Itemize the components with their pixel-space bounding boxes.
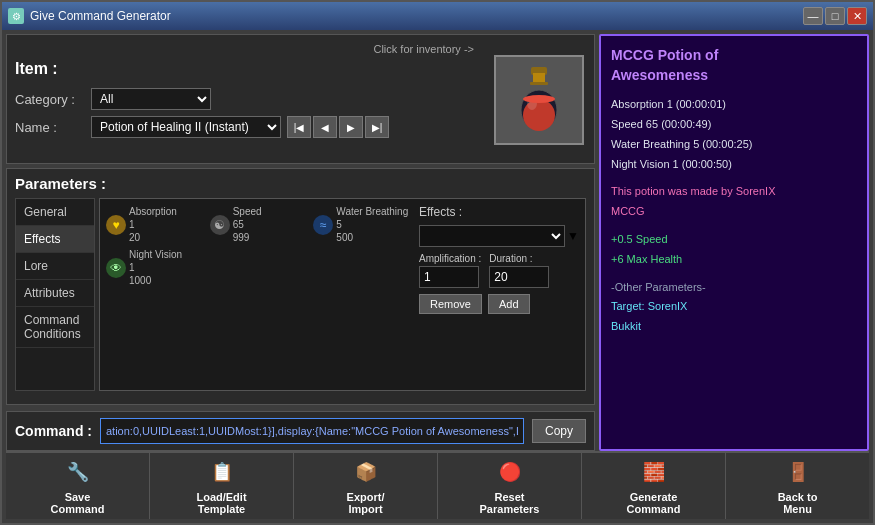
rp-stat-1: Absorption 1 (00:00:01)	[611, 95, 857, 115]
right-panel: MCCG Potion ofAwesomeness Absorption 1 (…	[599, 34, 869, 451]
rp-target: Target: SorenIX	[611, 297, 857, 317]
window-title: Give Command Generator	[30, 9, 803, 23]
back-icon: 🚪	[783, 457, 813, 487]
rp-stat-2: Speed 65 (00:00:49)	[611, 115, 857, 135]
rp-stat-3: Water Breathing 5 (00:00:25)	[611, 135, 857, 155]
effect-icons-grid: ♥ Absorption 1 20 ☯	[106, 205, 413, 384]
name-label: Name :	[15, 120, 85, 135]
command-bar: Command : Copy	[6, 411, 595, 451]
generate-label: GenerateCommand	[627, 491, 681, 515]
back-to-menu-button[interactable]: 🚪 Back toMenu	[726, 453, 869, 519]
params-content: General Effects Lore Attributes Command …	[15, 198, 586, 391]
water-breathing-icon: ≈	[313, 215, 333, 235]
item-section: Item : Click for inventory -> Category :…	[6, 34, 595, 164]
close-button[interactable]: ✕	[847, 7, 867, 25]
effects-dropdown[interactable]	[419, 225, 565, 247]
rp-flavor-1: This potion was made by SorenIX	[611, 182, 857, 202]
rp-title: MCCG Potion ofAwesomeness	[611, 46, 857, 85]
add-button[interactable]: Add	[488, 294, 530, 314]
tab-command-conditions[interactable]: Command Conditions	[16, 307, 94, 348]
nav-buttons: |◀ ◀ ▶ ▶|	[287, 116, 389, 138]
reset-icon: 🔴	[495, 457, 525, 487]
save-command-button[interactable]: 🔧 SaveCommand	[6, 453, 150, 519]
export-label: Export/Import	[347, 491, 385, 515]
last-btn[interactable]: ▶|	[365, 116, 389, 138]
main-area: Item : Click for inventory -> Category :…	[6, 34, 869, 451]
speed-values: Speed 65 999	[233, 205, 262, 244]
save-label: SaveCommand	[51, 491, 105, 515]
effects-select-row: ▼	[419, 225, 579, 247]
minimize-button[interactable]: —	[803, 7, 823, 25]
reset-parameters-button[interactable]: 🔴 ResetParameters	[438, 453, 582, 519]
speed-icon: ☯	[210, 215, 230, 235]
params-title: Parameters :	[15, 175, 586, 192]
remove-add-row: Remove Add	[419, 294, 579, 314]
duration-label: Duration :	[489, 253, 549, 264]
effects-area: ♥ Absorption 1 20 ☯	[99, 198, 586, 391]
water-breathing-values: Water Breathing 5 500	[336, 205, 408, 244]
generate-command-button[interactable]: 🧱 GenerateCommand	[582, 453, 726, 519]
copy-button[interactable]: Copy	[532, 419, 586, 443]
next-btn[interactable]: ▶	[339, 116, 363, 138]
tab-attributes[interactable]: Attributes	[16, 280, 94, 307]
bottom-bar: 🔧 SaveCommand 📋 Load/EditTemplate 📦 Expo…	[6, 451, 869, 519]
inventory-link[interactable]: Click for inventory ->	[373, 43, 474, 55]
load-icon: 📋	[207, 457, 237, 487]
first-btn[interactable]: |◀	[287, 116, 311, 138]
amplification-input[interactable]	[419, 266, 479, 288]
left-panel: Item : Click for inventory -> Category :…	[6, 34, 595, 451]
absorption-icon: ♥	[106, 215, 126, 235]
svg-point-5	[523, 95, 555, 103]
rp-stat-4: Night Vision 1 (00:00:50)	[611, 155, 857, 175]
duration-input[interactable]	[489, 266, 549, 288]
effects-right: Effects : ▼ Amplification :	[419, 205, 579, 384]
svg-rect-1	[533, 73, 545, 83]
category-label: Category :	[15, 92, 85, 107]
name-select[interactable]: Potion of Healing II (Instant) Potion of…	[91, 116, 281, 138]
amplification-label: Amplification :	[419, 253, 481, 264]
effects-label: Effects :	[419, 205, 579, 219]
prev-btn[interactable]: ◀	[313, 116, 337, 138]
content-area: Item : Click for inventory -> Category :…	[2, 30, 873, 523]
amp-dur-row: Amplification : Duration :	[419, 253, 579, 288]
effect-night-vision: 👁 Night Vision 1 1000	[106, 248, 206, 287]
tab-effects[interactable]: Effects	[16, 226, 94, 253]
save-icon: 🔧	[63, 457, 93, 487]
generate-icon: 🧱	[639, 457, 669, 487]
rp-other-header: -Other Parameters-	[611, 278, 857, 298]
export-icon: 📦	[351, 457, 381, 487]
tab-lore[interactable]: Lore	[16, 253, 94, 280]
category-select[interactable]: All Blocks Items Potions	[91, 88, 211, 110]
window-controls: — □ ✕	[803, 7, 867, 25]
main-window: ⚙ Give Command Generator — □ ✕ Item : Cl…	[0, 0, 875, 525]
reset-label: ResetParameters	[480, 491, 540, 515]
titlebar: ⚙ Give Command Generator — □ ✕	[2, 2, 873, 30]
dropdown-arrow: ▼	[567, 229, 579, 243]
load-label: Load/EditTemplate	[196, 491, 246, 515]
effect-absorption: ♥ Absorption 1 20	[106, 205, 206, 244]
app-icon: ⚙	[8, 8, 24, 24]
tab-general[interactable]: General	[16, 199, 94, 226]
params-sidebar: General Effects Lore Attributes Command …	[15, 198, 95, 391]
item-image	[494, 55, 584, 145]
effect-speed: ☯ Speed 65 999	[210, 205, 310, 244]
rp-bonus-2: +6 Max Health	[611, 250, 857, 270]
load-template-button[interactable]: 📋 Load/EditTemplate	[150, 453, 294, 519]
command-label: Command :	[15, 423, 92, 439]
rp-flavor-2: MCCG	[611, 202, 857, 222]
rp-bonus-1: +0.5 Speed	[611, 230, 857, 250]
export-import-button[interactable]: 📦 Export/Import	[294, 453, 438, 519]
duration-field: Duration :	[489, 253, 549, 288]
rp-bukkit: Bukkit	[611, 317, 857, 337]
svg-rect-6	[530, 82, 548, 85]
effect-water-breathing: ≈ Water Breathing 5 500	[313, 205, 413, 244]
absorption-values: Absorption 1 20	[129, 205, 177, 244]
amplification-field: Amplification :	[419, 253, 481, 288]
remove-button[interactable]: Remove	[419, 294, 482, 314]
command-input[interactable]	[100, 418, 524, 444]
maximize-button[interactable]: □	[825, 7, 845, 25]
params-section: Parameters : General Effects Lore Attrib…	[6, 168, 595, 405]
night-vision-icon: 👁	[106, 258, 126, 278]
night-vision-values: Night Vision 1 1000	[129, 248, 182, 287]
back-label: Back toMenu	[778, 491, 818, 515]
